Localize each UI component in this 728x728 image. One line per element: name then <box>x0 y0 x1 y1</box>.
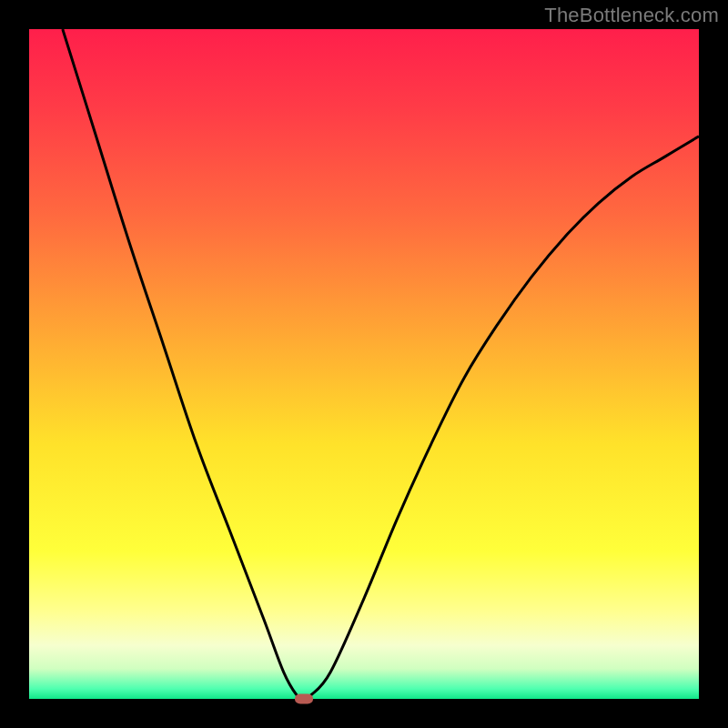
bottleneck-curve <box>63 29 699 699</box>
optimal-point-marker <box>295 694 313 704</box>
plot-area <box>29 29 699 699</box>
chart-stage: TheBottleneck.com <box>0 0 728 728</box>
watermark-text: TheBottleneck.com <box>544 4 719 27</box>
curve-layer <box>29 29 699 699</box>
